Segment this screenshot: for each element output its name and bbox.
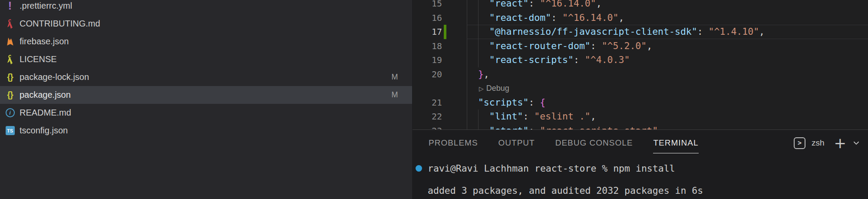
ribbon-red-icon <box>3 17 17 30</box>
file-name: tsconfig.json <box>20 126 390 136</box>
code-text: "lint": "eslint .", <box>467 109 596 124</box>
code-line-19[interactable]: 19 "react-scripts": "^4.0.3" <box>413 53 868 67</box>
terminal-panel: PROBLEMSOUTPUTDEBUG CONSOLETERMINAL > zs… <box>413 129 868 199</box>
line-number: 19 <box>413 53 442 67</box>
code-line-18[interactable]: 18 "react-router-dom": "^5.2.0", <box>413 39 868 53</box>
braces-icon: {} <box>3 89 17 102</box>
code-text: "react-scripts": "^4.0.3" <box>467 53 630 67</box>
file-row-README.md[interactable]: iREADME.md <box>0 104 412 122</box>
line-number: 16 <box>413 11 442 25</box>
panel-tab-debug-console[interactable]: DEBUG CONSOLE <box>555 138 633 148</box>
file-name: LICENSE <box>20 54 390 64</box>
terminal-dropdown-chevron-icon[interactable] <box>852 139 860 147</box>
explorer-sidebar: !.prettierrc.yml CONTRIBUTING.md firebas… <box>0 0 413 199</box>
prettier-icon: ! <box>3 0 17 13</box>
info-icon: i <box>3 106 17 119</box>
file-name: README.md <box>20 108 390 118</box>
code-text: "react-router-dom": "^5.2.0", <box>467 39 652 53</box>
file-name: package-lock.json <box>20 72 390 82</box>
indent-guide <box>467 81 467 96</box>
code-text: "@harnessio/ff-javascript-client-sdk": "… <box>467 25 765 39</box>
file-name: firebase.json <box>20 36 390 46</box>
codelens-row[interactable]: ▷Debug <box>413 81 868 96</box>
file-row-package.json[interactable]: {}package.jsonM <box>0 86 412 104</box>
code-line-16[interactable]: 16 "react-dom": "^16.14.0", <box>413 11 868 25</box>
file-row-firebase.json[interactable]: firebase.json <box>0 33 412 50</box>
file-list[interactable]: !.prettierrc.yml CONTRIBUTING.md firebas… <box>0 0 412 139</box>
ribbon-yellow-icon <box>3 53 17 66</box>
codelens-label: Debug <box>486 84 509 93</box>
panel-controls: > zsh + <box>794 137 868 149</box>
terminal-line <box>428 174 868 186</box>
line-number: 17 <box>413 25 442 39</box>
file-row-CONTRIBUTING.md[interactable]: CONTRIBUTING.md <box>0 15 412 33</box>
code-text: "react-dom": "^16.14.0", <box>467 11 624 25</box>
shell-label[interactable]: zsh <box>812 138 825 148</box>
vscode-window: !.prettierrc.yml CONTRIBUTING.md firebas… <box>0 0 868 199</box>
panel-tab-output[interactable]: OUTPUT <box>498 138 535 148</box>
line-number: 20 <box>413 67 442 82</box>
new-terminal-button[interactable]: + <box>834 139 847 147</box>
terminal-line: added 3 packages, and audited 2032 packa… <box>428 185 868 196</box>
code-line-21[interactable]: 21 "scripts": { <box>413 96 868 110</box>
code-text: "react": "^16.14.0", <box>467 0 602 11</box>
codelens-debug-link[interactable]: ▷Debug <box>479 81 509 96</box>
braces-icon: {} <box>3 71 17 84</box>
file-name: package.json <box>20 90 390 100</box>
code-text: "scripts": { <box>467 96 545 110</box>
terminal-profile-icon[interactable]: > <box>794 137 805 149</box>
code-rows: 15 "react": "^16.14.0",16 "react-dom": "… <box>413 0 868 129</box>
file-row-LICENSE[interactable]: LICENSE <box>0 50 412 68</box>
git-status-badge: M <box>390 90 399 100</box>
line-number: 15 <box>413 0 442 11</box>
command-decoration-dot <box>416 165 422 172</box>
play-outline-icon: ▷ <box>479 85 484 92</box>
line-number: 18 <box>413 39 442 53</box>
line-number: 23 <box>413 124 442 130</box>
gutter-added-marker <box>444 25 446 39</box>
file-row-.prettierrc.yml[interactable]: !.prettierrc.yml <box>0 0 412 15</box>
ts-icon: TS <box>3 124 17 137</box>
code-line-22[interactable]: 22 "lint": "eslint .", <box>413 109 868 124</box>
file-row-tsconfig.json[interactable]: TStsconfig.json <box>0 122 412 139</box>
terminal-output[interactable]: ravi@Ravi Lachhman react-store % npm ins… <box>413 163 868 196</box>
line-number: 22 <box>413 109 442 124</box>
terminal-line: ravi@Ravi Lachhman react-store % npm ins… <box>428 163 868 174</box>
panel-tab-terminal[interactable]: TERMINAL <box>653 138 698 148</box>
code-text: }, <box>467 67 489 82</box>
panel-tab-bar: PROBLEMSOUTPUTDEBUG CONSOLETERMINAL > zs… <box>413 130 868 156</box>
code-line-23[interactable]: 23 "start": "react-scripts start" <box>413 124 868 130</box>
code-line-15[interactable]: 15 "react": "^16.14.0", <box>413 0 868 11</box>
flame-icon <box>3 35 17 48</box>
file-row-package-lock.json[interactable]: {}package-lock.jsonM <box>0 68 412 86</box>
code-line-17[interactable]: 17 "@harnessio/ff-javascript-client-sdk"… <box>413 25 868 39</box>
editor[interactable]: 15 "react": "^16.14.0",16 "react-dom": "… <box>413 0 868 129</box>
git-status-badge: M <box>390 73 399 82</box>
code-line-20[interactable]: 20 }, <box>413 67 868 82</box>
file-name: .prettierrc.yml <box>20 1 390 11</box>
code-text: "start": "react-scripts start" <box>467 124 658 130</box>
panel-tab-problems[interactable]: PROBLEMS <box>429 138 478 148</box>
line-number: 21 <box>413 96 442 110</box>
file-name: CONTRIBUTING.md <box>20 19 390 29</box>
